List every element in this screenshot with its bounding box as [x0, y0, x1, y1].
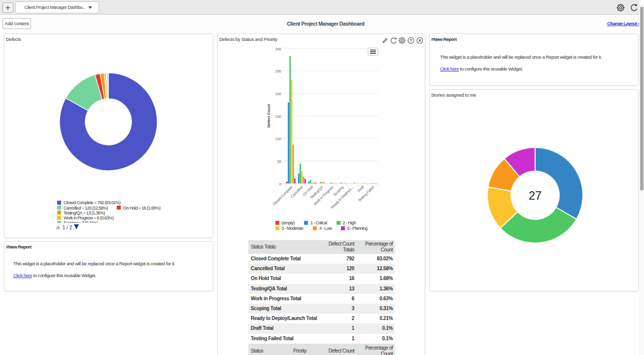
svg-text:?: ?: [409, 37, 412, 43]
svg-text:300: 300: [275, 47, 281, 51]
svg-text:Draft: Draft: [357, 184, 366, 193]
svg-text:100: 100: [275, 137, 281, 141]
svg-text:0: 0: [279, 182, 281, 186]
svg-text:Defect Count: Defect Count: [267, 104, 271, 128]
svg-text:150: 150: [275, 114, 281, 119]
svg-text:200: 200: [275, 92, 281, 96]
svg-text:250: 250: [275, 69, 281, 73]
svg-text:27: 27: [529, 189, 542, 202]
svg-text:50: 50: [277, 159, 281, 164]
